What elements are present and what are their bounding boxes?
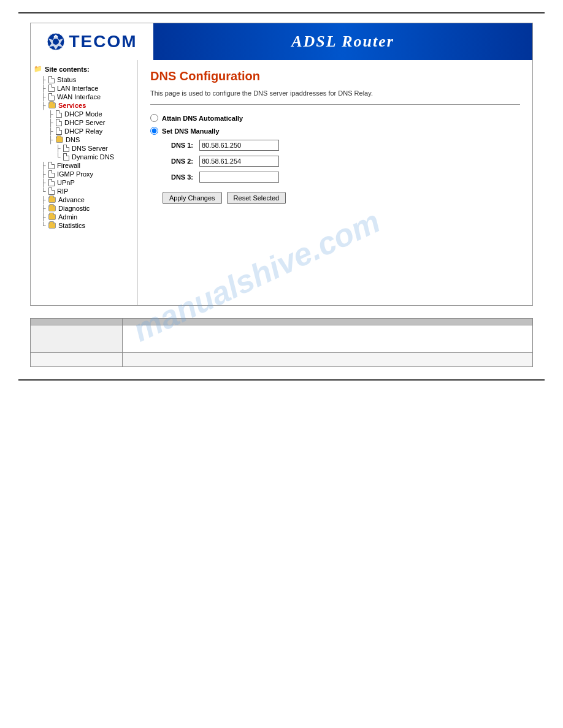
- sidebar-item-dynamic-dns[interactable]: └ Dynamic DNS: [34, 153, 134, 161]
- dns2-label: DNS 2:: [163, 157, 199, 165]
- dns-fields: DNS 1: DNS 2: DNS 3:: [163, 140, 520, 183]
- sidebar-item-dns[interactable]: ├ DNS: [34, 135, 134, 144]
- tree-icon: ├: [41, 170, 46, 178]
- tecom-logo-icon: [47, 32, 65, 51]
- table-col2-header: [123, 319, 533, 325]
- radio-auto-label[interactable]: Attain DNS Automatically: [162, 115, 243, 122]
- sidebar-title: 📁 Site contents:: [34, 65, 134, 73]
- router-ui: TECOM ADSL Router 📁 Site contents: ├ Sta…: [30, 23, 533, 306]
- sidebar-item-dhcp-server[interactable]: ├ DHCP Server: [34, 118, 134, 127]
- file-icon: [48, 162, 55, 169]
- file-icon: [48, 188, 55, 195]
- tree-icon: └: [41, 222, 46, 229]
- sidebar-item-rip[interactable]: └ RIP: [34, 187, 134, 195]
- page-title: DNS Configuration: [150, 69, 520, 83]
- tree-icon: ├: [56, 145, 61, 152]
- file-icon: [48, 76, 55, 83]
- sidebar-item-statistics[interactable]: └ Statistics: [34, 221, 134, 230]
- sidebar-item-dhcp-mode[interactable]: ├ DHCP Mode: [34, 110, 134, 118]
- tree-icon: ├: [41, 213, 46, 221]
- folder-icon: [56, 137, 63, 143]
- tree-icon: ├: [48, 119, 53, 126]
- folder-icon: [48, 102, 56, 108]
- router-header: TECOM ADSL Router: [31, 23, 532, 60]
- site-contents-icon: 📁: [34, 65, 42, 73]
- dns1-label: DNS 1:: [163, 142, 199, 149]
- file-icon: [48, 170, 55, 178]
- radio-manual-row: Set DNS Manually: [150, 127, 520, 135]
- dns3-row: DNS 3:: [163, 172, 520, 183]
- tree-icon: ├: [48, 110, 53, 118]
- sidebar-item-wan-interface[interactable]: ├ WAN Interface: [34, 93, 134, 101]
- file-icon: [56, 110, 62, 118]
- logo-text: TECOM: [69, 32, 137, 51]
- info-table-section: [30, 318, 533, 367]
- folder-icon: [48, 205, 56, 211]
- sidebar-item-diagnostic[interactable]: ├ Diagnostic: [34, 204, 134, 213]
- tree-icon: ├: [41, 162, 46, 169]
- sidebar-item-services[interactable]: ├ Services: [34, 101, 134, 110]
- file-icon: [56, 119, 62, 126]
- file-icon: [48, 85, 55, 92]
- table-cell-col1: [31, 353, 123, 367]
- content-divider: [150, 104, 520, 105]
- header-title: ADSL Router: [291, 32, 394, 51]
- file-icon: [48, 179, 55, 186]
- table-col1-header: [31, 319, 123, 325]
- tree-icon: ├: [41, 85, 46, 92]
- dns3-label: DNS 3:: [163, 173, 199, 181]
- main-content: DNS Configuration This page is used to c…: [138, 60, 532, 305]
- bottom-rule: [18, 379, 545, 381]
- sidebar-item-dns-server[interactable]: ├ DNS Server: [34, 144, 134, 153]
- router-body: 📁 Site contents: ├ Status ├ LAN Interfac…: [31, 60, 532, 305]
- table-row: [31, 325, 533, 353]
- header-title-area: ADSL Router: [153, 23, 532, 60]
- dns2-row: DNS 2:: [163, 156, 520, 167]
- tree-icon: ├: [48, 136, 53, 143]
- file-icon: [48, 93, 55, 100]
- tree-icon: ├: [41, 102, 46, 109]
- dns2-input[interactable]: [199, 156, 279, 167]
- reset-selected-button[interactable]: Reset Selected: [227, 192, 286, 204]
- sidebar-item-lan-interface[interactable]: ├ LAN Interface: [34, 84, 134, 93]
- radio-manual[interactable]: [150, 127, 158, 135]
- sidebar-item-status[interactable]: ├ Status: [34, 75, 134, 84]
- dns-form-section: Attain DNS Automatically Set DNS Manuall…: [150, 114, 520, 204]
- table-cell-col1: [31, 325, 123, 353]
- dns3-input[interactable]: [199, 172, 279, 183]
- table-cell-col2: [123, 353, 533, 367]
- sidebar-item-upnp[interactable]: ├ UPnP: [34, 178, 134, 187]
- tree-icon: └: [56, 153, 61, 161]
- info-table: [30, 318, 533, 367]
- sidebar-item-dhcp-relay[interactable]: ├ DHCP Relay: [34, 127, 134, 135]
- file-icon: [63, 145, 69, 152]
- sidebar-item-firewall[interactable]: ├ Firewall: [34, 161, 134, 170]
- tree-icon: ├: [41, 93, 46, 100]
- sidebar-item-admin[interactable]: ├ Admin: [34, 213, 134, 221]
- svg-point-1: [53, 39, 59, 45]
- tree-icon: ├: [41, 179, 46, 186]
- radio-manual-label[interactable]: Set DNS Manually: [162, 127, 220, 135]
- table-row: [31, 353, 533, 367]
- radio-auto[interactable]: [150, 114, 158, 122]
- apply-changes-button[interactable]: Apply Changes: [163, 192, 222, 204]
- dns1-input[interactable]: [199, 140, 279, 151]
- tree-icon: ├: [41, 196, 46, 203]
- file-icon: [63, 153, 69, 161]
- folder-icon: [48, 214, 56, 220]
- sidebar-item-advance[interactable]: ├ Advance: [34, 195, 134, 204]
- folder-icon: [48, 222, 56, 229]
- page-description: This page is used to configure the DNS s…: [150, 89, 520, 97]
- table-cell-col2: [123, 325, 533, 353]
- dns1-row: DNS 1:: [163, 140, 520, 151]
- tree-icon: ├: [41, 205, 46, 212]
- tree-icon: ├: [48, 127, 53, 135]
- file-icon: [56, 127, 62, 135]
- radio-auto-row: Attain DNS Automatically: [150, 114, 520, 122]
- tree-icon: └: [41, 188, 46, 195]
- button-row: Apply Changes Reset Selected: [163, 192, 520, 204]
- top-rule: [18, 12, 545, 13]
- tree-icon: ├: [41, 76, 46, 83]
- sidebar-item-igmp-proxy[interactable]: ├ IGMP Proxy: [34, 170, 134, 178]
- sidebar: 📁 Site contents: ├ Status ├ LAN Interfac…: [31, 60, 138, 305]
